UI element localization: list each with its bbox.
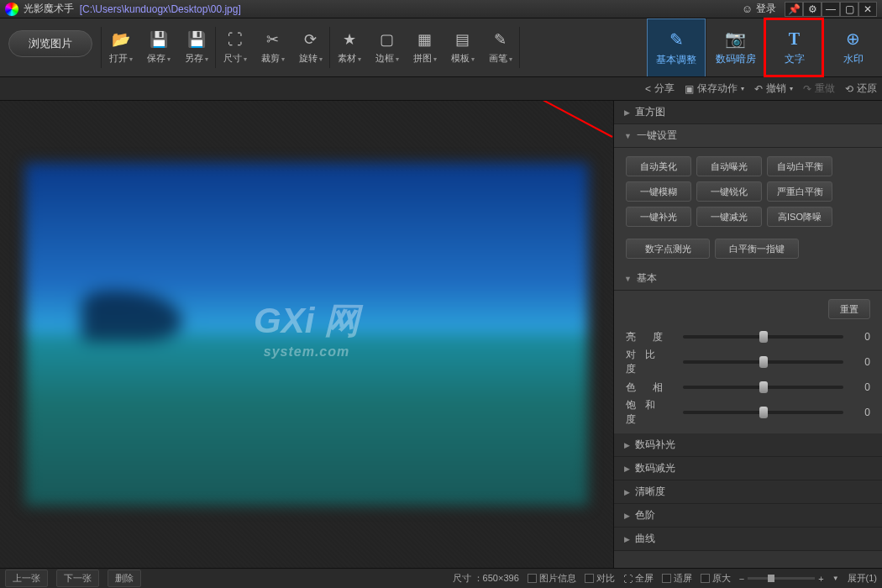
slider-track[interactable] <box>683 411 843 414</box>
slider-label: 饱 和 度 <box>626 398 676 427</box>
minimize-button[interactable]: — <box>822 2 840 17</box>
tool-icon: ⛶ <box>228 30 243 49</box>
tool-拼图[interactable]: ▦拼图▾ <box>406 18 444 76</box>
slider-thumb[interactable] <box>759 381 768 393</box>
preset-button[interactable]: 数字点测光 <box>626 239 710 259</box>
section-曲线[interactable]: ▶曲线 <box>614 528 882 551</box>
avatar-icon: ☺ <box>742 3 753 15</box>
slider-row: 饱 和 度0 <box>626 400 870 425</box>
section-one-click[interactable]: ▼ 一键设置 <box>614 124 882 148</box>
tab-darkroom[interactable]: 📷 数码暗房 <box>706 18 764 76</box>
preset-button[interactable]: 高ISO降噪 <box>767 207 832 227</box>
tool-icon: 📂 <box>112 30 130 49</box>
chevron-down-icon: ▼ <box>624 275 632 283</box>
fullscreen-toggle[interactable]: ⛶全屏 <box>623 572 654 585</box>
tool-尺寸[interactable]: ⛶尺寸▾ <box>216 18 254 76</box>
tool-icon: 💾 <box>187 30 206 49</box>
preset-button[interactable]: 自动曝光 <box>696 156 762 176</box>
section-清晰度[interactable]: ▶清晰度 <box>614 480 882 504</box>
preset-button[interactable]: 一键补光 <box>626 207 691 227</box>
preset-button[interactable]: 一键模糊 <box>626 181 691 202</box>
slider-thumb[interactable] <box>759 331 768 343</box>
pin-button[interactable]: 📌 <box>785 2 803 17</box>
tool-画笔[interactable]: ✎画笔▾ <box>481 18 519 76</box>
compare-toggle[interactable]: 对比 <box>585 572 615 585</box>
restore-icon: ⟲ <box>845 83 853 95</box>
chevron-down-icon: ▼ <box>624 132 632 140</box>
section-数码补光[interactable]: ▶数码补光 <box>614 433 882 457</box>
login-button[interactable]: ☺ 登录 <box>742 2 776 16</box>
next-button[interactable]: 下一张 <box>56 570 99 587</box>
redo-button[interactable]: ↷重做 <box>803 81 835 96</box>
info-toggle[interactable]: 图片信息 <box>528 572 576 585</box>
slider-label: 亮 度 <box>626 330 676 344</box>
preset-button[interactable]: 一键锐化 <box>696 181 762 202</box>
preset-button[interactable]: 自动美化 <box>626 156 691 176</box>
restore-button[interactable]: ⟲还原 <box>845 81 877 96</box>
preset-button[interactable]: 白平衡一指键 <box>715 239 799 259</box>
slider-thumb[interactable] <box>759 407 768 418</box>
slider-track[interactable] <box>683 386 843 389</box>
slider-track[interactable] <box>683 335 843 339</box>
prev-button[interactable]: 上一张 <box>5 570 48 587</box>
right-panel: ▶ 直方图 ▼ 一键设置 自动美化自动曝光自动白平衡一键模糊一键锐化严重白平衡一… <box>613 101 882 568</box>
browse-images-button[interactable]: 浏览图片 <box>8 30 92 57</box>
chevron-right-icon: ▶ <box>624 488 630 496</box>
zoom-out-icon[interactable]: − <box>739 574 744 584</box>
tool-icon: ▢ <box>380 30 394 49</box>
zoom-slider[interactable]: − + <box>739 574 824 584</box>
canvas[interactable]: GXi 网 system.com <box>0 101 613 568</box>
slider-row: 色 相0 <box>626 375 870 400</box>
tool-icon: ▤ <box>455 30 470 49</box>
tab-watermark[interactable]: ⊕ 水印 <box>823 18 882 76</box>
tool-模板[interactable]: ▤模板▾ <box>444 18 481 76</box>
tool-打开[interactable]: 📂打开▾ <box>102 18 139 76</box>
maximize-button[interactable]: ▢ <box>840 2 858 17</box>
tool-icon: ✂ <box>266 30 279 49</box>
fit-toggle[interactable]: 适屏 <box>662 572 692 585</box>
tab-label: 基本调整 <box>656 53 696 67</box>
slider-value: 0 <box>850 407 870 418</box>
preset-button[interactable]: 自动白平衡 <box>767 156 832 176</box>
section-数码减光[interactable]: ▶数码减光 <box>614 457 882 480</box>
slider-value: 0 <box>850 356 870 368</box>
action-bar: <分享 ▣保存动作▾ ↶撤销▾ ↷重做 ⟲还原 <box>0 77 882 101</box>
save-action-button[interactable]: ▣保存动作▾ <box>685 81 744 96</box>
edit-icon: ✎ <box>669 29 684 50</box>
chevron-right-icon: ▶ <box>624 465 630 473</box>
file-path: [C:\Users\kunduogx\Desktop\00.jpg] <box>80 3 241 15</box>
slider-label: 对 比 度 <box>626 348 676 376</box>
gear-button[interactable]: ⚙ <box>803 2 822 17</box>
slider-track[interactable] <box>683 360 843 364</box>
expand-button[interactable]: 展开(1) <box>848 572 877 585</box>
delete-button[interactable]: 删除 <box>108 570 141 587</box>
section-basic[interactable]: ▼ 基本 <box>614 267 882 291</box>
tool-保存[interactable]: 💾保存▾ <box>139 18 177 76</box>
tab-text[interactable]: T 文字 <box>764 18 823 76</box>
tool-另存[interactable]: 💾另存▾ <box>177 18 215 76</box>
original-toggle[interactable]: 原大 <box>701 572 731 585</box>
tool-素材[interactable]: ★素材▾ <box>330 18 368 76</box>
section-色阶[interactable]: ▶色阶 <box>614 504 882 528</box>
tab-label: 水印 <box>843 52 864 66</box>
chevron-right-icon: ▶ <box>624 441 630 449</box>
watermark-icon: ⊕ <box>846 29 860 49</box>
share-button[interactable]: <分享 <box>645 81 675 96</box>
chevron-right-icon: ▶ <box>624 512 630 520</box>
preset-button[interactable]: 严重白平衡 <box>767 181 832 202</box>
tool-边框[interactable]: ▢边框▾ <box>368 18 406 76</box>
close-button[interactable]: ✕ <box>858 2 877 17</box>
tool-裁剪[interactable]: ✂裁剪▾ <box>254 18 291 76</box>
reset-button[interactable]: 重置 <box>828 299 870 319</box>
mode-tabs: ✎ 基本调整 📷 数码暗房 T 文字 ⊕ 水印 <box>647 18 882 76</box>
undo-button[interactable]: ↶撤销▾ <box>754 81 793 96</box>
tab-basic-adjust[interactable]: ✎ 基本调整 <box>647 18 706 76</box>
fullscreen-icon: ⛶ <box>623 574 633 584</box>
tool-旋转[interactable]: ⟳旋转▾ <box>291 18 329 76</box>
slider-thumb[interactable] <box>759 356 768 368</box>
zoom-in-icon[interactable]: + <box>818 574 823 584</box>
tool-icon: ★ <box>343 30 356 49</box>
slider-row: 亮 度0 <box>626 324 870 349</box>
preset-button[interactable]: 一键减光 <box>696 207 762 227</box>
section-histogram[interactable]: ▶ 直方图 <box>614 101 882 124</box>
